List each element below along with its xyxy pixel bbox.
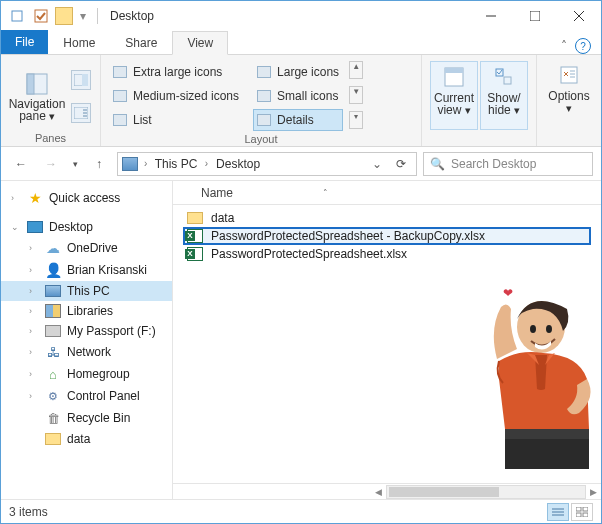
file-row-folder[interactable]: data (183, 209, 591, 227)
preview-pane-button[interactable] (71, 70, 91, 90)
layout-expand[interactable]: ▾ (349, 111, 363, 129)
options-icon (558, 64, 580, 86)
cloud-icon: ☁ (45, 240, 61, 256)
thispc-icon (45, 285, 61, 297)
view-thumbnails-button[interactable] (571, 503, 593, 521)
nav-drive[interactable]: ›My Passport (F:) (1, 321, 172, 341)
svg-rect-9 (82, 74, 88, 86)
nav-homegroup[interactable]: ›⌂Homegroup (1, 363, 172, 385)
excel-icon (187, 229, 203, 243)
svg-rect-15 (445, 68, 463, 73)
col-name[interactable]: Name (201, 186, 233, 200)
desktop-icon (27, 221, 43, 233)
homegroup-icon: ⌂ (45, 366, 61, 382)
content-area: Name ˄ data PasswordProtectedSpreadsheet… (173, 181, 601, 499)
ribbon-expand-icon[interactable]: ˄ (561, 39, 567, 53)
layout-extra-large[interactable]: Extra large icons (109, 61, 243, 83)
scrollbar-thumb[interactable] (389, 487, 499, 497)
nav-data[interactable]: data (1, 429, 172, 449)
cartoon-character: ❤ (439, 279, 599, 469)
libraries-icon (45, 304, 61, 318)
file-row-original[interactable]: PasswordProtectedSpreadsheet.xlsx (183, 245, 591, 263)
m-icon (113, 90, 127, 102)
forward-button[interactable]: → (39, 152, 63, 176)
current-view-icon (443, 66, 465, 88)
navigation-pane-button[interactable]: Navigation pane ▾ (9, 59, 65, 130)
control-panel-icon: ⚙ (45, 388, 61, 404)
nav-pane-icon (25, 72, 49, 96)
nav-quick-access[interactable]: ›★Quick access (1, 187, 172, 209)
crumb-location[interactable]: Desktop (214, 157, 262, 171)
folder-icon (187, 212, 203, 224)
tab-home[interactable]: Home (48, 30, 110, 54)
qat-dropdown[interactable]: ▾ (77, 6, 89, 26)
up-button[interactable]: ↑ (87, 152, 111, 176)
options-button[interactable]: Options▾ (545, 59, 593, 130)
refresh-button[interactable]: ⟳ (390, 157, 412, 171)
drive-icon (45, 325, 61, 337)
recent-locations[interactable]: ▾ (69, 152, 81, 176)
search-placeholder: Search Desktop (451, 157, 536, 171)
maximize-button[interactable] (513, 1, 557, 31)
group-layout-label: Layout (109, 131, 413, 145)
file-row-backup[interactable]: PasswordProtectedSpreadsheet - BackupCop… (183, 227, 591, 245)
svg-rect-18 (561, 67, 577, 83)
titlebar: ▾ Desktop (1, 1, 601, 31)
tab-view[interactable]: View (172, 31, 228, 55)
address-row: ← → ▾ ↑ › This PC › Desktop ⌄ ⟳ 🔍 Search… (1, 147, 601, 181)
group-panes-label: Panes (9, 130, 92, 144)
close-button[interactable] (557, 1, 601, 31)
xl-icon (113, 66, 127, 78)
navigation-pane: ›★Quick access ⌄Desktop ›☁OneDrive ›👤Bri… (1, 181, 173, 499)
layout-gallery[interactable]: Extra large icons Large icons Medium-siz… (109, 59, 343, 131)
star-icon: ★ (27, 190, 43, 206)
layout-scroll-down[interactable]: ▼ (349, 86, 363, 104)
tab-file[interactable]: File (1, 30, 48, 54)
svg-rect-33 (583, 513, 588, 517)
nav-network[interactable]: ›🖧Network (1, 341, 172, 363)
svg-rect-3 (530, 11, 540, 21)
layout-large[interactable]: Large icons (253, 61, 343, 83)
show-hide-button[interactable]: Show/ hide ▾ (480, 61, 528, 130)
qat-checked[interactable] (31, 6, 51, 26)
svg-point-23 (517, 301, 565, 353)
layout-list[interactable]: List (109, 109, 243, 131)
address-bar[interactable]: › This PC › Desktop ⌄ ⟳ (117, 152, 417, 176)
horizontal-scrollbar[interactable]: ◀ ▶ (173, 483, 601, 499)
nav-desktop[interactable]: ⌄Desktop (1, 217, 172, 237)
column-header[interactable]: Name ˄ (173, 181, 601, 205)
nav-libraries[interactable]: ›Libraries (1, 301, 172, 321)
user-icon: 👤 (45, 262, 61, 278)
layout-details[interactable]: Details (253, 109, 343, 131)
layout-scroll-up[interactable]: ▲ (349, 61, 363, 79)
network-icon: 🖧 (45, 344, 61, 360)
minimize-button[interactable] (469, 1, 513, 31)
svg-point-25 (546, 325, 552, 333)
ribbon-tab-row: File Home Share View ˄ ? (1, 31, 601, 55)
nav-onedrive[interactable]: ›☁OneDrive (1, 237, 172, 259)
svg-rect-17 (504, 77, 511, 84)
nav-this-pc[interactable]: ›This PC (1, 281, 172, 301)
back-button[interactable]: ← (9, 152, 33, 176)
nav-recycle-bin[interactable]: 🗑Recycle Bin (1, 407, 172, 429)
search-box[interactable]: 🔍 Search Desktop (423, 152, 593, 176)
crumb-root[interactable]: › This PC › (142, 157, 210, 171)
layout-medium[interactable]: Medium-sized icons (109, 85, 243, 107)
svg-rect-26 (505, 429, 589, 439)
folder-icon (45, 433, 61, 445)
help-icon[interactable]: ? (575, 38, 591, 54)
excel-icon (187, 247, 203, 261)
nav-user[interactable]: ›👤Brian Krisanski (1, 259, 172, 281)
current-view-button[interactable]: Current view ▾ (430, 61, 478, 130)
details-pane-button[interactable] (71, 103, 91, 123)
svg-rect-7 (27, 74, 34, 94)
address-dropdown[interactable]: ⌄ (368, 157, 386, 171)
svg-rect-32 (576, 513, 581, 517)
qat-properties[interactable] (7, 6, 27, 26)
ribbon: Navigation pane ▾ Panes Extra large icon… (1, 55, 601, 147)
tab-share[interactable]: Share (110, 30, 172, 54)
view-details-button[interactable] (547, 503, 569, 521)
nav-control-panel[interactable]: ›⚙Control Panel (1, 385, 172, 407)
details-icon (257, 114, 271, 126)
layout-small[interactable]: Small icons (253, 85, 343, 107)
